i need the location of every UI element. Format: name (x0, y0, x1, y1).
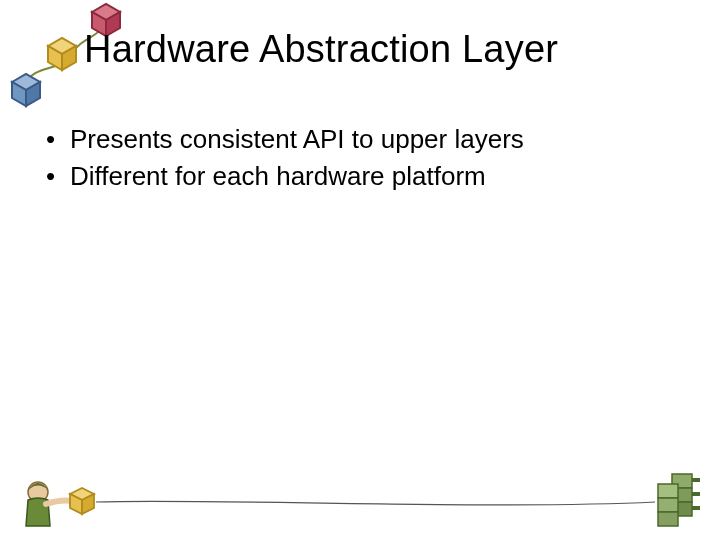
decoration-bottom (0, 440, 720, 540)
bullet-text: Different for each hardware platform (70, 159, 660, 194)
bullet-text: Presents consistent API to upper layers (70, 122, 660, 157)
svg-rect-18 (658, 512, 678, 526)
svg-rect-21 (692, 506, 700, 510)
bullet-item: • Different for each hardware platform (44, 159, 660, 194)
svg-rect-20 (692, 492, 700, 496)
bullet-glyph: • (44, 122, 70, 157)
svg-rect-17 (658, 498, 678, 512)
svg-rect-16 (658, 484, 678, 498)
slide-title: Hardware Abstraction Layer (84, 28, 680, 71)
bullet-glyph: • (44, 159, 70, 194)
bullet-list: • Presents consistent API to upper layer… (44, 122, 660, 196)
slide: Hardware Abstraction Layer • Presents co… (0, 0, 720, 540)
bullet-item: • Presents consistent API to upper layer… (44, 122, 660, 157)
svg-rect-19 (692, 478, 700, 482)
